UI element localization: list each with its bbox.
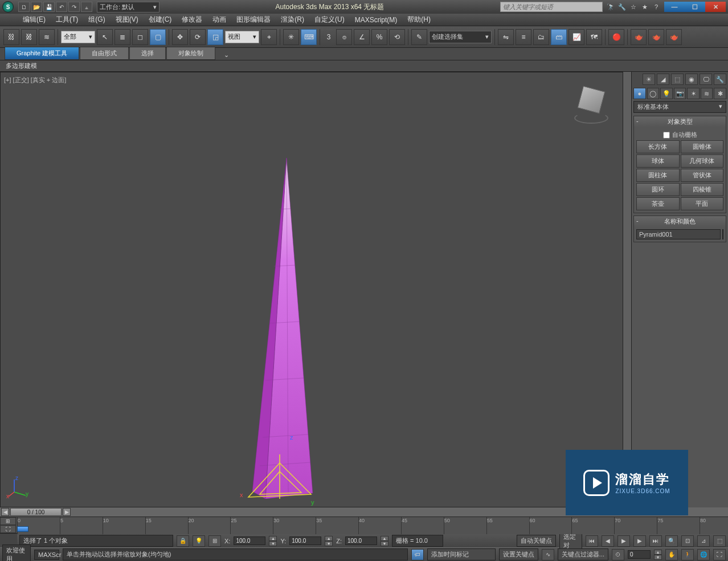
menu-customize[interactable]: 自定义(U) — [314, 15, 345, 25]
obj-plane[interactable]: 平面 — [681, 197, 724, 210]
ribbon-panel-label[interactable]: 多边形建模 — [0, 60, 728, 72]
wrench-icon[interactable]: 🔧 — [617, 2, 627, 11]
rotate-icon[interactable]: ⟳ — [190, 29, 206, 45]
viewcube-ring-icon[interactable] — [574, 112, 608, 124]
menu-animation[interactable]: 动画 — [212, 15, 226, 25]
isolate-icon[interactable]: 💡 — [193, 535, 205, 547]
tab-graphite[interactable]: Graphite 建模工具 — [5, 47, 79, 60]
snap-toggle-icon[interactable]: ⌾ — [336, 29, 352, 45]
keymode-icon[interactable]: ∿ — [542, 549, 554, 560]
tab-paint[interactable]: 对象绘制 — [166, 47, 215, 60]
select-name-icon[interactable]: ≣ — [114, 29, 130, 45]
nav-orbit-icon[interactable]: 🌐 — [697, 549, 710, 560]
welcome-label[interactable]: 欢迎使用 — [2, 544, 31, 562]
x-input[interactable] — [234, 536, 265, 545]
help-icon[interactable]: ? — [652, 2, 661, 11]
close-button[interactable]: ✕ — [705, 2, 726, 12]
named-sel-icon[interactable]: ✎ — [411, 29, 427, 45]
menu-modifiers[interactable]: 修改器 — [182, 15, 202, 25]
goto-end-icon[interactable]: ⏭ — [649, 535, 662, 547]
viewcube[interactable] — [571, 84, 611, 124]
track-bar[interactable]: ⊞ ⛶ 0 5 10 15 20 25 30 35 40 45 50 55 60… — [0, 517, 728, 534]
tab-selection[interactable]: 选择 — [129, 47, 166, 60]
viewport-scrollbar[interactable] — [623, 72, 631, 507]
curve-editor-icon[interactable]: 📈 — [569, 29, 584, 45]
obj-torus[interactable]: 圆环 — [636, 183, 680, 196]
maxscript-label[interactable]: MAXScr — [34, 550, 59, 560]
open-icon[interactable]: 📂 — [31, 2, 42, 12]
ref-coord[interactable]: 视图 — [225, 31, 259, 43]
add-time-marker[interactable]: 添加时间标记 — [427, 548, 496, 560]
ribbon-expand-icon[interactable]: ⌄ — [220, 50, 232, 60]
object-color-swatch[interactable] — [722, 229, 723, 239]
menu-rendering[interactable]: 渲染(R) — [281, 15, 304, 25]
obj-teapot[interactable]: 茶壶 — [636, 197, 680, 210]
helpers-tab-icon[interactable]: ✶ — [687, 88, 700, 99]
select-icon[interactable]: ⬚ — [671, 74, 684, 85]
x-spinner[interactable]: ▲▼ — [269, 536, 277, 546]
obj-cone[interactable]: 圆锥体 — [681, 140, 724, 153]
play-icon[interactable]: ▶ — [617, 535, 630, 547]
abs-rel-icon[interactable]: ⊞ — [208, 535, 221, 547]
schematic-icon[interactable]: 🗺 — [586, 29, 602, 45]
link-icon[interactable]: ⛓ — [3, 29, 19, 45]
render-icon[interactable]: 🫖 — [666, 29, 682, 45]
mirror-icon[interactable]: ⇋ — [498, 29, 514, 45]
scale-icon[interactable]: ◲ — [207, 29, 223, 45]
minimize-button[interactable]: — — [664, 2, 685, 12]
nav-pan-icon[interactable]: ✋ — [665, 549, 678, 560]
undo-icon[interactable]: ↶ — [56, 2, 67, 12]
obj-box[interactable]: 长方体 — [636, 140, 680, 153]
rollout-header[interactable]: 名称和颜色 — [634, 216, 726, 227]
time-config-icon[interactable]: ⏲ — [612, 549, 624, 560]
save-icon[interactable]: 💾 — [43, 2, 55, 12]
display-icon[interactable]: 🖵 — [700, 74, 712, 85]
next-key-icon[interactable]: ▶ — [633, 535, 646, 547]
lock-icon[interactable]: 🔒 — [177, 535, 189, 547]
selection-filter[interactable]: 全部 — [61, 31, 95, 43]
nav-icon[interactable]: ◢ — [657, 74, 669, 85]
render-frame-icon[interactable]: 🫖 — [648, 29, 664, 45]
search-input[interactable]: 键入关键字或短语 — [500, 2, 603, 12]
menu-views[interactable]: 视图(V) — [116, 15, 138, 25]
app-icon[interactable]: S — [2, 1, 14, 13]
unlink-icon[interactable]: ⛓̸ — [21, 29, 37, 45]
track-zoom-icon[interactable]: ⛶ — [0, 525, 16, 533]
menu-tools[interactable]: 工具(T) — [56, 15, 78, 25]
subcategory-dropdown[interactable]: 标准基本体 — [633, 101, 726, 113]
time-slider-thumb[interactable]: 0 / 100 — [10, 508, 62, 516]
key-filter-button[interactable]: 关键点过滤器... — [558, 548, 608, 560]
angle-snap-icon[interactable]: ∠ — [354, 29, 370, 45]
nav-walk-icon[interactable]: 🚶 — [681, 549, 694, 560]
nav-zoom-icon[interactable]: 🔍 — [665, 535, 678, 547]
pyramid-model[interactable]: x y z — [217, 152, 331, 517]
object-name-input[interactable] — [636, 229, 721, 239]
nav-region-icon[interactable]: ⬚ — [713, 535, 726, 547]
next-frame-icon[interactable]: ▶ — [63, 508, 71, 516]
time-ruler[interactable]: 0 5 10 15 20 25 30 35 40 45 50 55 60 65 … — [17, 517, 728, 534]
nav-maximize-icon[interactable]: ⛶ — [713, 549, 726, 560]
autogrid-checkbox[interactable] — [663, 132, 670, 139]
viewport-label[interactable]: [+] [正交] [真实 + 边面] — [4, 76, 66, 84]
move-icon[interactable]: ✥ — [172, 29, 188, 45]
goto-start-icon[interactable]: ⏮ — [586, 535, 598, 547]
select-region-icon[interactable]: ◻ — [132, 29, 148, 45]
systems-tab-icon[interactable]: ✱ — [714, 88, 726, 99]
space-tab-icon[interactable]: ≋ — [701, 88, 713, 99]
favorite-icon[interactable]: ★ — [640, 2, 649, 11]
new-icon[interactable]: 🗋 — [18, 2, 30, 12]
autokey-button[interactable]: 自动关键点 — [517, 535, 556, 547]
menu-help[interactable]: 帮助(H) — [407, 15, 431, 25]
cameras-tab-icon[interactable]: 📷 — [674, 88, 686, 99]
star-icon[interactable]: ☆ — [629, 2, 638, 11]
keyboard-icon[interactable]: ⌨ — [301, 29, 317, 45]
menu-grapheditors[interactable]: 图形编辑器 — [236, 15, 271, 25]
z-input[interactable] — [345, 536, 377, 545]
time-tag-icon[interactable]: 🏷 — [411, 549, 424, 560]
nav-zoomall-icon[interactable]: ⊡ — [681, 535, 694, 547]
layers-icon[interactable]: 🗂 — [533, 29, 549, 45]
named-selection-set[interactable]: 创建选择集 — [429, 31, 492, 43]
material-editor-icon[interactable]: 🔴 — [608, 29, 624, 45]
frame-spinner[interactable]: ▲▼ — [654, 550, 662, 560]
viewport[interactable]: [+] [正交] [真实 + 边面] — [0, 72, 623, 507]
